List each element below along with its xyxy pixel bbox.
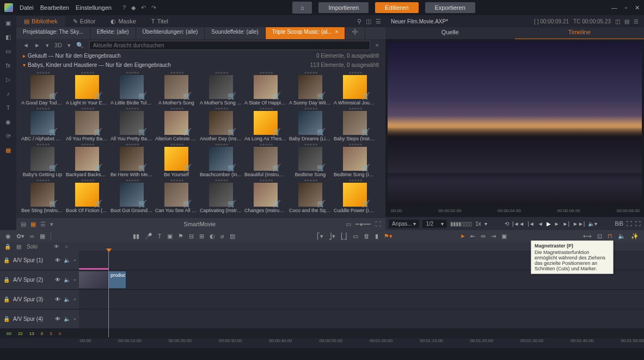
cart-icon[interactable]: 🛒 <box>49 128 58 136</box>
track-fx-icon[interactable]: ▫ <box>73 277 76 283</box>
cart-icon[interactable]: 🛒 <box>361 92 370 100</box>
cart-icon[interactable]: 🛒 <box>317 128 326 136</box>
filter-project[interactable]: Projektablage: The Sky... <box>16 27 90 39</box>
edit-button[interactable]: Editieren <box>375 2 418 13</box>
side-folder-icon[interactable]: ▭ <box>4 47 13 55</box>
track-lock-icon[interactable]: 🔒 <box>3 296 10 302</box>
cart-icon[interactable]: 🛒 <box>183 128 192 136</box>
timeline-ruler[interactable]: :00.0000:00:10.0000:00:20.0000:00:30.000… <box>0 338 644 348</box>
cart-icon[interactable]: 🛒 <box>183 200 192 208</box>
side-more-icon[interactable]: ⟳ <box>4 132 13 140</box>
footer-expand-icon[interactable]: ⛶ <box>375 221 381 227</box>
library-item[interactable]: ★★★★★ 🛒 All You Pretty Babies <box>65 107 109 141</box>
dropdown-icon[interactable]: ▾ <box>46 42 49 49</box>
speed-dd-icon[interactable]: ▾ <box>484 221 487 227</box>
library-item[interactable]: ★★★★★ 🛒 A Little Birdie Told ... <box>110 71 154 105</box>
maximize-icon[interactable]: ▫ <box>625 4 627 11</box>
zoom-select[interactable]: 1/2 ▾ <box>422 220 447 228</box>
tl-cut-icon[interactable]: ▮ <box>375 233 378 240</box>
preview-menu-icon[interactable]: ▤ <box>624 18 629 24</box>
close-icon[interactable]: ✕ <box>635 4 640 11</box>
tab-editor[interactable]: ✎Editor <box>65 16 103 27</box>
loop-icon[interactable]: ⟲ <box>505 221 509 227</box>
side-bin-icon[interactable]: ▣ <box>4 18 13 27</box>
detach-icon[interactable]: ◫ <box>366 18 371 25</box>
goto-end-icon[interactable]: ►►| <box>573 221 585 227</box>
link-icon[interactable]: ⚲ <box>357 18 361 25</box>
tl-split-icon[interactable]: ⊟ <box>189 233 194 240</box>
tl-marker-icon[interactable]: ⚑ <box>178 233 183 240</box>
library-item[interactable]: ★★★★★ 🛒 ABC / Alphabet Son... <box>21 107 64 141</box>
cart-icon[interactable]: 🛒 <box>138 200 147 208</box>
cart-icon[interactable]: 🛒 <box>317 92 326 100</box>
view-3d[interactable]: 3D <box>54 42 62 48</box>
library-item[interactable]: ★★★★★ 🛒 A Mother's Song (Ins... <box>199 71 243 105</box>
cart-icon[interactable]: 🛒 <box>361 200 370 208</box>
tl-chain-icon[interactable]: ⌀ <box>220 233 224 240</box>
side-title-icon[interactable]: T <box>4 103 13 112</box>
track-eye-icon[interactable]: 👁 <box>55 277 60 283</box>
library-item[interactable]: ★★★★★ 🛒 A Mother's Song <box>155 71 198 105</box>
cart-icon[interactable]: 🛒 <box>94 128 102 136</box>
track-header[interactable]: 🔒 A/V Spur (4) 👁 🔈 ▫ <box>0 309 79 328</box>
tl-text-icon[interactable]: T <box>158 233 162 239</box>
preview-viewport[interactable] <box>388 41 642 206</box>
nav-back-icon[interactable]: ◄ <box>23 42 29 48</box>
play-icon[interactable]: ▶ <box>547 221 551 227</box>
library-item[interactable]: ★★★★★ 🛒 Bedtime Song (Instr... <box>333 142 377 177</box>
tl-fit-icon[interactable]: ⟷ <box>583 233 592 240</box>
filter-transitions[interactable]: Überblendungen: (alle) <box>136 27 205 39</box>
library-item[interactable]: ★★★★★ 🛒 Bedtime Song <box>289 142 332 177</box>
tl-multi-icon[interactable]: ⊞ <box>199 233 204 240</box>
track-header[interactable]: 🔒 A/V Spur (2) 👁 🔈 ▫ <box>0 270 79 289</box>
track-audio-icon[interactable]: 🔈 <box>64 277 70 283</box>
cart-icon[interactable]: 🛒 <box>272 92 281 100</box>
tl-trim-icon[interactable]: ⎣⎦ <box>341 233 347 240</box>
menu-file[interactable]: Datei <box>20 4 34 11</box>
cart-icon[interactable]: 🛒 <box>272 164 281 172</box>
library-item[interactable]: ★★★★★ 🛒 All You Pretty Babies... <box>110 107 154 141</box>
track-clip[interactable]: producti... <box>108 271 126 288</box>
smartmovie-label[interactable]: SmartMovie <box>58 221 341 227</box>
library-item[interactable]: ★★★★★ 🛒 Changes (Instrument... <box>244 178 287 213</box>
track-circle-icon[interactable]: ○ <box>65 244 68 250</box>
category-purchased[interactable]: ▸ Gekauft --- Nur für den Eigengebrauch … <box>16 51 385 60</box>
filter-add[interactable]: ➕ <box>345 27 365 39</box>
tl-in-icon[interactable]: ⎡▾ <box>317 233 323 240</box>
library-item[interactable]: ★★★★★ 🛒 Boot Got Grounded ... <box>110 178 154 213</box>
track-eye-icon[interactable]: 👁 <box>54 244 59 250</box>
library-item[interactable]: ★★★★★ 🛒 As Long As These M... <box>244 107 287 141</box>
cart-icon[interactable]: 🛒 <box>183 164 192 172</box>
tl-out-icon[interactable]: ⎦▾ <box>329 233 335 240</box>
preview-expand-icon[interactable]: ☰ <box>634 18 639 24</box>
library-item[interactable]: ★★★★★ 🛒 Beachcomber (Instru... <box>199 142 243 177</box>
tl-magnet-icon[interactable]: ⊓ <box>608 233 612 240</box>
footer-sort-icon[interactable]: ▾ <box>50 221 53 228</box>
library-item[interactable]: ★★★★★ 🛒 Bee Sting (Instrumen... <box>21 178 64 213</box>
bib-label[interactable]: BiB <box>615 221 623 227</box>
cart-icon[interactable]: 🛒 <box>49 200 58 208</box>
tl-board-icon[interactable]: ▦ <box>40 233 45 240</box>
track-body[interactable] <box>79 290 644 309</box>
cart-icon[interactable]: 🛒 <box>228 92 236 100</box>
footer-view3-icon[interactable]: ☰ <box>40 221 46 228</box>
tl-frame-icon[interactable]: ▣ <box>501 233 507 240</box>
cart-icon[interactable]: 🛒 <box>183 92 192 100</box>
tl-delete-icon[interactable]: 🗑 <box>364 233 370 239</box>
library-item[interactable]: ★★★★★ 🛒 Be Here With Me (In... <box>110 142 154 177</box>
tab-mask[interactable]: ◐Maske <box>103 16 143 27</box>
fit-select[interactable]: Anpas... ▾ <box>389 220 419 228</box>
solo-label[interactable]: Solo <box>27 244 38 250</box>
track-eye-icon[interactable]: 👁 <box>55 296 60 302</box>
track-lock-icon[interactable]: 🔒 <box>3 257 10 263</box>
cart-icon[interactable]: 🛒 <box>228 164 236 172</box>
bell-icon[interactable]: ◆ <box>131 4 136 11</box>
tab-title[interactable]: TTitel <box>144 16 176 26</box>
tab-library[interactable]: ▤Bibliothek <box>16 16 65 27</box>
step-back-icon[interactable]: ◄ <box>538 221 543 227</box>
home-button[interactable]: ⌂ <box>292 2 312 14</box>
track-lock-icon[interactable]: 🔒 <box>4 244 11 250</box>
track-lock-icon[interactable]: 🔒 <box>3 277 10 283</box>
tl-paste-icon[interactable]: ▭ <box>353 233 358 240</box>
tl-snap-end-icon[interactable]: ⇥ <box>491 233 496 240</box>
